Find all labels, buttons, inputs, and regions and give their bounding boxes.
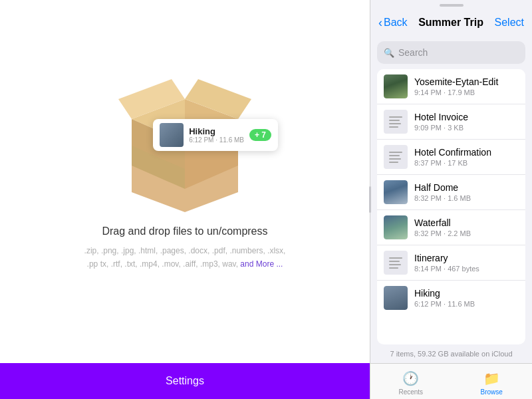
file-meta: 8:14 PM · 467 bytes: [414, 265, 519, 273]
chevron-left-icon: ‹: [378, 16, 382, 30]
and-more-link[interactable]: and More ...: [240, 259, 283, 269]
file-meta: 9:14 PM · 17.9 MB: [414, 88, 519, 96]
panel-divider: [369, 186, 371, 213]
file-name: Hotel Invoice: [414, 112, 519, 122]
file-meta: 6:12 PM · 11.6 MB: [414, 300, 519, 308]
file-info-itinerary: Itinerary 8:14 PM · 467 bytes: [414, 253, 519, 273]
file-item-hiking[interactable]: Hiking 6:12 PM · 11.6 MB: [377, 281, 525, 315]
right-panel: ‹ Back Summer Trip Select 🔍 Search Yosem…: [370, 0, 532, 399]
drag-drop-area[interactable]: Hiking 6:12 PM · 11.6 MB + 7: [78, 0, 291, 363]
file-item-yosemite[interactable]: Yosemite-Eytan-Edit 9:14 PM · 17.9 MB: [377, 69, 525, 104]
settings-label: Settings: [166, 375, 204, 387]
file-info-halfdome: Half Dome 8:32 PM · 1.6 MB: [414, 182, 519, 202]
nav-title: Summer Trip: [418, 17, 483, 29]
file-info-yosemite: Yosemite-Eytan-Edit 9:14 PM · 17.9 MB: [414, 76, 519, 96]
file-thumb-yosemite: [384, 74, 408, 98]
browse-icon: 📁: [483, 370, 500, 386]
box-container: Hiking 6:12 PM · 11.6 MB + 7: [112, 66, 258, 212]
file-thumb-waterfall: [384, 215, 408, 239]
tab-browse[interactable]: 📁 Browse: [452, 368, 533, 396]
file-meta: 9:09 PM · 3 KB: [414, 124, 519, 132]
recents-label: Recents: [398, 388, 423, 396]
badge-info: Hiking 6:12 PM · 11.6 MB: [189, 126, 244, 144]
file-item-waterfall[interactable]: Waterfall 8:32 PM · 2.2 MB: [377, 210, 525, 245]
file-thumb-hiking: [384, 286, 408, 310]
file-thumb-halfdome: [384, 180, 408, 204]
file-meta: 8:32 PM · 2.2 MB: [414, 229, 519, 237]
browse-label: Browse: [481, 388, 503, 396]
file-thumb-itinerary: [384, 251, 408, 275]
file-name: Half Dome: [414, 182, 519, 193]
file-thumb-hotel-confirmation: [384, 145, 408, 169]
tab-bar: 🕐 Recents 📁 Browse: [370, 363, 532, 399]
file-name: Waterfall: [414, 217, 519, 228]
file-name: Hotel Confirmation: [414, 147, 519, 158]
back-button[interactable]: ‹ Back: [378, 16, 408, 30]
search-icon: 🔍: [384, 48, 394, 58]
badge-thumb: [160, 123, 184, 147]
recents-icon: 🕐: [402, 370, 419, 386]
back-label: Back: [384, 17, 408, 29]
settings-bar[interactable]: Settings: [0, 363, 370, 399]
badge-filename: Hiking: [189, 126, 244, 136]
file-name: Itinerary: [414, 253, 519, 263]
left-panel: Hiking 6:12 PM · 11.6 MB + 7: [0, 0, 370, 399]
format-list: .zip, .png, .jpg, .html, .pages, .docx, …: [78, 244, 291, 271]
file-item-itinerary[interactable]: Itinerary 8:14 PM · 467 bytes: [377, 245, 525, 281]
status-bar: 7 items, 59.32 GB available on iCloud: [370, 344, 532, 363]
file-info-hotel-confirmation: Hotel Confirmation 8:37 PM · 17 KB: [414, 147, 519, 167]
file-item-hotel-confirmation[interactable]: Hotel Confirmation 8:37 PM · 17 KB: [377, 140, 525, 175]
file-info-hotel-invoice: Hotel Invoice 9:09 PM · 3 KB: [414, 112, 519, 132]
file-item-hotel-invoice[interactable]: Hotel Invoice 9:09 PM · 3 KB: [377, 104, 525, 140]
file-item-halfdome[interactable]: Half Dome 8:32 PM · 1.6 MB: [377, 175, 525, 210]
tab-recents[interactable]: 🕐 Recents: [370, 368, 452, 396]
select-button[interactable]: Select: [495, 17, 524, 29]
search-placeholder: Search: [398, 47, 428, 58]
file-name: Yosemite-Eytan-Edit: [414, 76, 519, 87]
file-thumb-hotel-invoice: [384, 110, 408, 134]
badge-filemeta: 6:12 PM · 11.6 MB: [189, 136, 244, 144]
search-bar[interactable]: 🔍 Search: [377, 41, 525, 64]
file-list: Yosemite-Eytan-Edit 9:14 PM · 17.9 MB Ho…: [377, 69, 525, 344]
file-info-waterfall: Waterfall 8:32 PM · 2.2 MB: [414, 217, 519, 237]
drag-drop-label: Drag and drop files to un/compress: [102, 225, 267, 237]
file-meta: 8:37 PM · 17 KB: [414, 159, 519, 167]
plus-count-badge: + 7: [249, 129, 271, 141]
floating-file-badge: Hiking 6:12 PM · 11.6 MB + 7: [153, 119, 278, 151]
nav-bar: ‹ Back Summer Trip Select: [370, 7, 532, 39]
file-info-hiking: Hiking 6:12 PM · 11.6 MB: [414, 288, 519, 308]
file-name: Hiking: [414, 288, 519, 299]
file-meta: 8:32 PM · 1.6 MB: [414, 194, 519, 202]
